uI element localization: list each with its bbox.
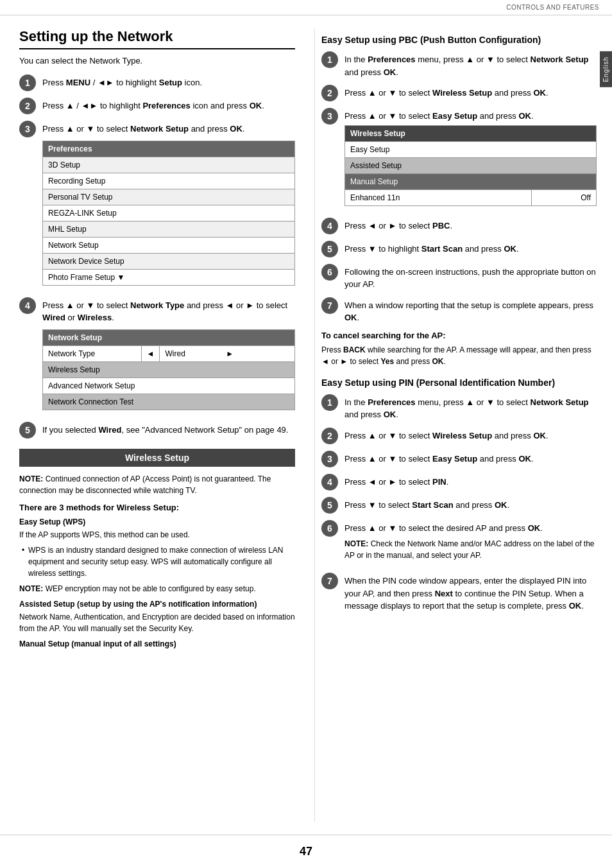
intro-text: You can select the Network Type. bbox=[19, 56, 295, 65]
pin-step-content-7: When the PIN code window appears, enter … bbox=[344, 573, 597, 612]
pbc-title: Easy Setup using PBC (Push Button Config… bbox=[321, 35, 597, 45]
network-connection-cell: Network Connection Test bbox=[43, 394, 295, 410]
step-4: 4 Press ▲ or ▼ to select Network Type an… bbox=[19, 297, 295, 415]
manual-title: Manual Setup (manual input of all settin… bbox=[19, 639, 295, 648]
menu-row-2: Recording Setup bbox=[43, 173, 295, 189]
pbc-step-7: 7 When a window reporting that the setup… bbox=[321, 297, 597, 324]
pin-step-number-3: 3 bbox=[321, 451, 338, 467]
preferences-menu-table: Preferences 3D Setup Recording Setup Per… bbox=[42, 141, 295, 286]
network-advanced-cell: Advanced Network Setup bbox=[43, 378, 295, 394]
step-number-4: 4 bbox=[19, 297, 36, 314]
network-wireless-row: Wireless Setup bbox=[43, 361, 295, 378]
wireless-note: NOTE: Continued connection of AP (Access… bbox=[19, 473, 295, 496]
menu-row-3: Personal TV Setup bbox=[43, 189, 295, 205]
pin-step-number-5: 5 bbox=[321, 497, 338, 514]
pbc-step-2: 2 Press ▲ or ▼ to select Wireless Setup … bbox=[321, 85, 597, 101]
pbc-step-content-2: Press ▲ or ▼ to select Wireless Setup an… bbox=[344, 85, 597, 100]
pbc-step-1: 1 In the Preferences menu, press ▲ or ▼ … bbox=[321, 51, 597, 78]
wireless-enhanced-row: Enhanced 11n Off bbox=[345, 189, 597, 205]
step-number-5: 5 bbox=[19, 422, 36, 438]
pbc-step-5: 5 Press ▼ to highlight Start Scan and pr… bbox=[321, 241, 597, 257]
wireless-enhanced-value: Off bbox=[531, 189, 596, 205]
step-3: 3 Press ▲ or ▼ to select Network Setup a… bbox=[19, 121, 295, 291]
step-content-2: Press ▲ / ◄► to highlight Preferences ic… bbox=[42, 98, 295, 112]
network-header-row: Network Setup bbox=[43, 329, 295, 345]
left-column: Setting up the Network You can select th… bbox=[19, 28, 302, 822]
pin-step-number-4: 4 bbox=[321, 474, 338, 490]
pin-step-content-5: Press ▼ to select Start Scan and press O… bbox=[344, 497, 597, 512]
pin-step-content-6: Press ▲ or ▼ to select the desired AP an… bbox=[344, 520, 597, 567]
page-wrapper: CONTROLS AND FEATURES English Setting up… bbox=[0, 0, 612, 868]
menu-item-recording: Recording Setup bbox=[43, 173, 295, 189]
pbc-step-number-2: 2 bbox=[321, 85, 338, 101]
network-type-value: Wired ► bbox=[160, 345, 295, 361]
wps-bullet: WPS is an industry standard designed to … bbox=[19, 544, 295, 579]
wireless-submenu-table: Wireless Setup Easy Setup Assisted Setup… bbox=[344, 125, 597, 206]
network-wireless-cell: Wireless Setup bbox=[43, 361, 295, 378]
step-number-2: 2 bbox=[19, 98, 36, 114]
english-tab: English bbox=[600, 51, 612, 87]
wireless-setup-section-title: Wireless Setup bbox=[19, 449, 295, 467]
pin-step-3: 3 Press ▲ or ▼ to select Easy Setup and … bbox=[321, 451, 597, 467]
pin-step-number-7: 7 bbox=[321, 573, 338, 589]
pbc-step-content-7: When a window reporting that the setup i… bbox=[344, 297, 597, 324]
wireless-assisted-row: Assisted Setup bbox=[345, 157, 597, 173]
pin-step-content-3: Press ▲ or ▼ to select Easy Setup and pr… bbox=[344, 451, 597, 465]
menu-item-personal: Personal TV Setup bbox=[43, 189, 295, 205]
menu-item-regza: REGZA-LINK Setup bbox=[43, 205, 295, 221]
easy-setup-wps-text: If the AP supports WPS, this method can … bbox=[19, 529, 295, 541]
pbc-step-number-4: 4 bbox=[321, 218, 338, 234]
pin-step-4: 4 Press ◄ or ► to select PIN. bbox=[321, 474, 597, 490]
page-title: Setting up the Network bbox=[19, 28, 295, 49]
header-label: CONTROLS AND FEATURES bbox=[506, 4, 599, 11]
pbc-step-number-1: 1 bbox=[321, 51, 338, 68]
pbc-step-content-3: Press ▲ or ▼ to select Easy Setup and pr… bbox=[344, 108, 597, 211]
pbc-step-number-6: 6 bbox=[321, 264, 338, 281]
pin-step-number-2: 2 bbox=[321, 428, 338, 444]
pbc-step-content-4: Press ◄ or ► to select PBC. bbox=[344, 218, 597, 232]
menu-row-header: Preferences bbox=[43, 141, 295, 157]
pbc-step-number-3: 3 bbox=[321, 108, 338, 125]
step-1: 1 Press MENU / ◄► to highlight Setup ico… bbox=[19, 74, 295, 91]
main-content: Setting up the Network You can select th… bbox=[0, 15, 612, 835]
pin-step-content-4: Press ◄ or ► to select PIN. bbox=[344, 474, 597, 489]
menu-row-5: MHL Setup bbox=[43, 221, 295, 237]
menu-row-8: Photo Frame Setup ▼ bbox=[43, 269, 295, 285]
note-wep: NOTE: WEP encryption may not be able to … bbox=[19, 583, 295, 595]
network-setup-table: Network Setup Network Type ◄ Wired ► Wir… bbox=[42, 329, 295, 410]
network-connection-row: Network Connection Test bbox=[43, 394, 295, 410]
step-2: 2 Press ▲ / ◄► to highlight Preferences … bbox=[19, 98, 295, 114]
pbc-step-number-5: 5 bbox=[321, 241, 338, 257]
cancel-title: To cancel searching for the AP: bbox=[321, 331, 597, 340]
pin-step-number-1: 1 bbox=[321, 394, 338, 411]
pbc-step-4: 4 Press ◄ or ► to select PBC. bbox=[321, 218, 597, 234]
pbc-step-3: 3 Press ▲ or ▼ to select Easy Setup and … bbox=[321, 108, 597, 211]
step-5: 5 If you selected Wired, see "Advanced N… bbox=[19, 422, 295, 438]
pin-step-content-2: Press ▲ or ▼ to select Wireless Setup an… bbox=[344, 428, 597, 442]
pin-step-content-1: In the Preferences menu, press ▲ or ▼ to… bbox=[344, 394, 597, 421]
top-header: CONTROLS AND FEATURES bbox=[0, 0, 612, 15]
wireless-submenu-header-cell: Wireless Setup bbox=[345, 125, 597, 141]
network-advanced-row: Advanced Network Setup bbox=[43, 378, 295, 394]
wireless-manual-cell: Manual Setup bbox=[345, 173, 597, 189]
pin-title: Easy Setup using PIN (Personal Identific… bbox=[321, 378, 597, 388]
menu-header-cell: Preferences bbox=[43, 141, 295, 157]
pin-step-5: 5 Press ▼ to select Start Scan and press… bbox=[321, 497, 597, 514]
menu-row-7: Network Device Setup bbox=[43, 253, 295, 269]
cancel-text: Press BACK while searching for the AP. A… bbox=[321, 344, 597, 367]
network-type-row: Network Type ◄ Wired ► bbox=[43, 345, 295, 361]
menu-row-6: Network Setup bbox=[43, 237, 295, 253]
pin-step-6: 6 Press ▲ or ▼ to select the desired AP … bbox=[321, 520, 597, 567]
step-content-4: Press ▲ or ▼ to select Network Type and … bbox=[42, 297, 295, 415]
pin-step-6-note: NOTE: Check the Network Name and/or MAC … bbox=[344, 538, 597, 561]
network-type-arrow-left: ◄ bbox=[141, 345, 160, 361]
menu-item-network-device: Network Device Setup bbox=[43, 253, 295, 269]
pbc-step-content-1: In the Preferences menu, press ▲ or ▼ to… bbox=[344, 51, 597, 78]
wireless-submenu-header: Wireless Setup bbox=[345, 125, 597, 141]
step-content-1: Press MENU / ◄► to highlight Setup icon. bbox=[42, 74, 295, 89]
network-header-cell: Network Setup bbox=[43, 329, 295, 345]
menu-item-photo: Photo Frame Setup ▼ bbox=[43, 269, 295, 285]
pbc-step-content-6: Following the on-screen instructions, pu… bbox=[344, 264, 597, 291]
step-content-5: If you selected Wired, see "Advanced Net… bbox=[42, 422, 295, 437]
menu-row-1: 3D Setup bbox=[43, 157, 295, 173]
